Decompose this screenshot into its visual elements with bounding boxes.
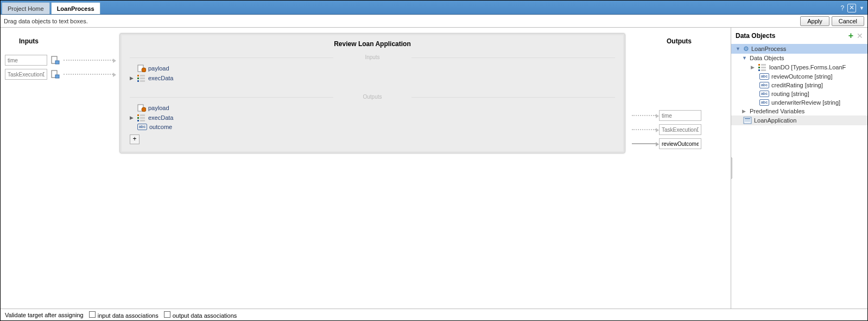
output-field-task-exec[interactable] <box>659 124 701 135</box>
tab-loan-process[interactable]: LoanProcess <box>51 2 100 14</box>
svg-rect-6 <box>137 75 139 76</box>
svg-rect-22 <box>758 69 760 71</box>
svg-rect-21 <box>758 67 760 68</box>
string-icon: abc <box>759 99 769 106</box>
input-field-time[interactable] <box>5 55 47 66</box>
tree-label: loanDO [Types.Forms.LoanF <box>769 64 846 70</box>
center-output-execdata[interactable]: ▶ execData <box>120 113 625 123</box>
expand-icon[interactable]: ▶ <box>130 115 135 120</box>
center-output-payload[interactable]: payload <box>120 103 625 113</box>
svg-rect-17 <box>140 114 145 116</box>
svg-rect-10 <box>140 78 145 79</box>
tree-item-underwriterreview[interactable]: abc underwriterReview [string] <box>731 98 867 107</box>
input-row-1 <box>5 69 113 80</box>
splitter-handle[interactable] <box>731 157 732 179</box>
expand-icon[interactable]: ▶ <box>751 65 756 70</box>
svg-rect-19 <box>140 120 145 121</box>
collapse-icon[interactable]: ▼ <box>736 46 741 52</box>
data-object-icon[interactable] <box>50 69 60 79</box>
svg-rect-24 <box>761 67 766 68</box>
tree-item-loanapplication[interactable]: LoanApplication <box>731 115 867 125</box>
collapse-icon[interactable]: ▼ <box>742 55 747 61</box>
window-menu-icon[interactable]: ▼ <box>859 5 864 11</box>
output-row-2 <box>632 138 726 149</box>
output-row-1 <box>632 124 726 135</box>
data-label: outcome <box>149 124 172 130</box>
process-icon: ⚙ <box>743 45 749 53</box>
window-close-icon[interactable]: ✕ <box>847 4 856 12</box>
apply-button[interactable]: Apply <box>800 16 829 26</box>
input-assoc-checkbox[interactable]: input data associations <box>89 311 159 319</box>
tree-item-reviewoutcome[interactable]: abc reviewOutcome [string] <box>731 72 867 81</box>
struct-list-icon <box>137 74 146 82</box>
main-area: Inputs Review Loan Application Inputs <box>1 28 867 309</box>
output-row-0 <box>632 110 726 121</box>
output-assoc-checkbox[interactable]: output data associations <box>164 311 237 319</box>
input-field-task-exec[interactable] <box>5 69 47 80</box>
tree-label: Data Objects <box>750 55 784 61</box>
svg-rect-14 <box>137 114 139 116</box>
inputs-fieldset-label: Inputs <box>130 54 615 60</box>
help-icon[interactable]: ? <box>840 4 844 12</box>
tree-node-data-objects[interactable]: ▼ Data Objects <box>731 54 867 62</box>
checkbox-icon[interactable] <box>89 311 96 318</box>
svg-rect-25 <box>761 69 766 71</box>
svg-rect-11 <box>140 80 145 82</box>
tree-root-loanprocess[interactable]: ▼ ⚙ LoanProcess <box>731 44 867 54</box>
tree-label: creditRating [string] <box>771 82 823 88</box>
title-bar: Project Home LoanProcess ? ✕ ▼ <box>1 1 867 15</box>
arrow-icon <box>64 74 113 75</box>
delete-data-object-icon: ✕ <box>857 31 863 40</box>
cancel-button[interactable]: Cancel <box>832 16 864 26</box>
string-icon: abc <box>137 124 147 130</box>
arrow-icon <box>632 143 656 144</box>
tree-node-predefined[interactable]: ▶ Predefined Variables <box>731 107 867 115</box>
output-field-time[interactable] <box>659 110 701 121</box>
tree-item-routing[interactable]: abc routing [string] <box>731 89 867 98</box>
tree-item-loando[interactable]: ▶ loanDO [Types.Forms.LoanF <box>731 62 867 72</box>
tree-label: underwriterReview [string] <box>771 99 840 106</box>
outputs-fieldset-label: Outputs <box>130 94 615 100</box>
expand-icon[interactable]: ▶ <box>742 108 747 114</box>
data-object-icon[interactable] <box>50 55 60 65</box>
outputs-header: Outputs <box>632 37 726 45</box>
center-output-outcome[interactable]: abc outcome <box>120 123 625 131</box>
svg-rect-16 <box>137 120 139 121</box>
checkbox-icon[interactable] <box>164 311 170 318</box>
svg-point-5 <box>142 68 146 72</box>
svg-rect-3 <box>55 75 59 78</box>
tree-label: routing [string] <box>771 91 809 97</box>
arrow-icon <box>632 115 656 116</box>
add-data-object-icon[interactable]: + <box>848 31 853 41</box>
svg-point-13 <box>142 107 146 112</box>
struct-icon <box>137 104 146 112</box>
svg-rect-18 <box>140 117 145 119</box>
arrow-icon <box>64 60 113 61</box>
tree-item-creditrating[interactable]: abc creditRating [string] <box>731 81 867 89</box>
data-objects-panel: Data Objects + ✕ ▼ ⚙ LoanProcess ▼ Data … <box>731 28 867 309</box>
struct-list-icon <box>758 63 767 71</box>
add-output-button[interactable]: + <box>130 134 140 144</box>
svg-rect-1 <box>55 61 59 64</box>
output-field-review-outcome[interactable] <box>659 138 701 149</box>
svg-rect-23 <box>761 64 766 66</box>
expand-icon[interactable]: ▶ <box>130 75 135 81</box>
string-icon: abc <box>759 73 769 80</box>
task-title: Review Loan Application <box>120 36 625 51</box>
center-input-payload[interactable]: payload <box>120 63 625 73</box>
tree-label: LoanApplication <box>754 117 796 124</box>
data-label: payload <box>148 65 169 72</box>
data-objects-tree: ▼ ⚙ LoanProcess ▼ Data Objects ▶ loanDO … <box>731 44 867 125</box>
toolbar-hint: Drag data objects to text boxes. <box>4 18 88 24</box>
struct-icon <box>137 65 146 72</box>
inputs-header: Inputs <box>5 37 113 45</box>
data-label: execData <box>148 114 173 121</box>
checkbox-label: input data associations <box>98 312 159 319</box>
tab-project-home[interactable]: Project Home <box>2 2 50 14</box>
center-input-execdata[interactable]: ▶ execData <box>120 73 625 83</box>
svg-rect-9 <box>140 75 145 76</box>
outputs-column: Outputs <box>628 28 731 309</box>
tree-label: Predefined Variables <box>750 108 804 114</box>
tree-label: reviewOutcome [string] <box>771 73 832 80</box>
task-panel: Review Loan Application Inputs payload ▶… <box>119 33 625 153</box>
